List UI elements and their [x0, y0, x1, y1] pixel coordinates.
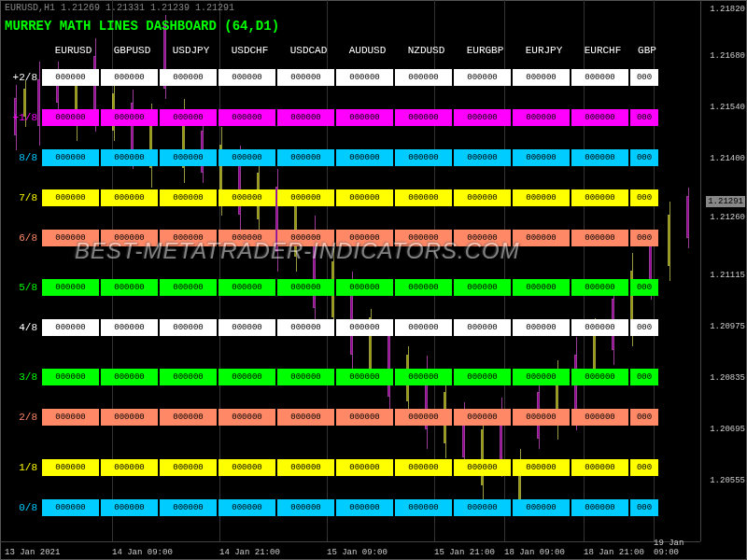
mm-cell[interactable]: 000000 [454, 369, 511, 385]
mm-cell[interactable]: 000000 [571, 279, 628, 296]
mm-cell[interactable]: 000000 [160, 149, 217, 166]
mm-cell[interactable]: 000000 [101, 409, 158, 426]
mm-cell[interactable]: 000 [630, 189, 658, 206]
mm-cell[interactable]: 000 [630, 409, 658, 426]
mm-cell[interactable]: 000000 [101, 369, 158, 385]
mm-cell[interactable]: 000000 [513, 319, 570, 336]
mm-cell[interactable]: 000000 [513, 230, 570, 246]
mm-cell[interactable]: 000000 [571, 189, 628, 206]
mm-cell[interactable]: 000 [630, 279, 658, 296]
mm-cell[interactable]: 000000 [277, 279, 334, 296]
mm-cell[interactable]: 000000 [160, 409, 217, 426]
mm-cell[interactable]: 000000 [395, 109, 452, 126]
mm-cell[interactable]: 000000 [395, 499, 452, 516]
mm-cell[interactable]: 000000 [101, 279, 158, 296]
mm-cell[interactable]: 000000 [218, 319, 275, 336]
mm-cell[interactable]: 000000 [218, 279, 275, 296]
mm-cell[interactable]: 000000 [336, 109, 393, 126]
mm-cell[interactable]: 000000 [42, 499, 99, 516]
mm-cell[interactable]: 000000 [336, 319, 393, 336]
mm-cell[interactable]: 000000 [218, 189, 275, 206]
mm-cell[interactable]: 000000 [513, 459, 570, 476]
mm-cell[interactable]: 000000 [101, 499, 158, 516]
mm-cell[interactable]: 000000 [277, 319, 334, 336]
mm-cell[interactable]: 000 [630, 109, 658, 126]
mm-cell[interactable]: 000000 [395, 409, 452, 426]
mm-cell[interactable]: 000000 [513, 409, 570, 426]
mm-cell[interactable]: 000000 [336, 69, 393, 86]
mm-cell[interactable]: 000000 [513, 109, 570, 126]
mm-cell[interactable]: 000000 [277, 230, 334, 246]
mm-cell[interactable]: 000000 [218, 69, 275, 86]
mm-cell[interactable]: 000000 [454, 319, 511, 336]
mm-cell[interactable]: 000000 [513, 499, 570, 516]
mm-cell[interactable]: 000000 [277, 149, 334, 166]
mm-cell[interactable]: 000 [630, 69, 658, 86]
mm-cell[interactable]: 000000 [336, 230, 393, 246]
mm-cell[interactable]: 000000 [160, 230, 217, 246]
mm-cell[interactable]: 000000 [454, 149, 511, 166]
mm-cell[interactable]: 000000 [42, 69, 99, 86]
mm-cell[interactable]: 000000 [160, 279, 217, 296]
mm-cell[interactable]: 000000 [42, 369, 99, 385]
mm-cell[interactable]: 000000 [513, 369, 570, 385]
mm-cell[interactable]: 000000 [42, 149, 99, 166]
mm-cell[interactable]: 000000 [42, 109, 99, 126]
mm-cell[interactable]: 000000 [160, 459, 217, 476]
mm-cell[interactable]: 000000 [571, 499, 628, 516]
mm-cell[interactable]: 000000 [336, 499, 393, 516]
mm-cell[interactable]: 000000 [454, 409, 511, 426]
mm-cell[interactable]: 000000 [336, 369, 393, 385]
mm-cell[interactable]: 000000 [454, 189, 511, 206]
mm-cell[interactable]: 000000 [277, 459, 334, 476]
mm-cell[interactable]: 000000 [160, 69, 217, 86]
mm-cell[interactable]: 000000 [395, 69, 452, 86]
mm-cell[interactable]: 000000 [513, 149, 570, 166]
mm-cell[interactable]: 000000 [454, 459, 511, 476]
mm-cell[interactable]: 000000 [571, 109, 628, 126]
mm-cell[interactable]: 000000 [454, 109, 511, 126]
mm-cell[interactable]: 000000 [454, 279, 511, 296]
mm-cell[interactable]: 000000 [513, 69, 570, 86]
mm-cell[interactable]: 000000 [513, 189, 570, 206]
mm-cell[interactable]: 000000 [454, 230, 511, 246]
mm-cell[interactable]: 000000 [101, 69, 158, 86]
mm-cell[interactable]: 000000 [571, 409, 628, 426]
mm-cell[interactable]: 000000 [218, 109, 275, 126]
mm-cell[interactable]: 000000 [571, 230, 628, 246]
mm-cell[interactable]: 000000 [277, 69, 334, 86]
mm-cell[interactable]: 000000 [571, 149, 628, 166]
mm-cell[interactable]: 000000 [101, 149, 158, 166]
mm-cell[interactable]: 000000 [101, 319, 158, 336]
mm-cell[interactable]: 000 [630, 499, 658, 516]
mm-cell[interactable]: 000 [630, 149, 658, 166]
mm-cell[interactable]: 000000 [336, 189, 393, 206]
mm-cell[interactable]: 000000 [218, 499, 275, 516]
mm-cell[interactable]: 000000 [571, 319, 628, 336]
mm-cell[interactable]: 000000 [160, 189, 217, 206]
mm-cell[interactable]: 000000 [42, 319, 99, 336]
mm-cell[interactable]: 000000 [395, 279, 452, 296]
mm-cell[interactable]: 000000 [42, 189, 99, 206]
mm-cell[interactable]: 000000 [571, 369, 628, 385]
mm-cell[interactable]: 000000 [101, 459, 158, 476]
mm-cell[interactable]: 000000 [277, 409, 334, 426]
mm-cell[interactable]: 000000 [395, 189, 452, 206]
mm-cell[interactable]: 000000 [336, 149, 393, 166]
mm-cell[interactable]: 000 [630, 459, 658, 476]
mm-cell[interactable]: 000000 [336, 459, 393, 476]
mm-cell[interactable]: 000000 [571, 69, 628, 86]
mm-cell[interactable]: 000000 [160, 369, 217, 385]
mm-cell[interactable]: 000000 [336, 409, 393, 426]
mm-cell[interactable]: 000000 [218, 409, 275, 426]
mm-cell[interactable]: 000000 [218, 459, 275, 476]
mm-cell[interactable]: 000 [630, 369, 658, 385]
mm-cell[interactable]: 000000 [277, 499, 334, 516]
mm-cell[interactable]: 000000 [101, 109, 158, 126]
mm-cell[interactable]: 000000 [571, 459, 628, 476]
mm-cell[interactable]: 000000 [42, 279, 99, 296]
mm-cell[interactable]: 000000 [160, 319, 217, 336]
mm-cell[interactable]: 000000 [42, 409, 99, 426]
mm-cell[interactable]: 000000 [277, 369, 334, 385]
mm-cell[interactable]: 000000 [218, 149, 275, 166]
